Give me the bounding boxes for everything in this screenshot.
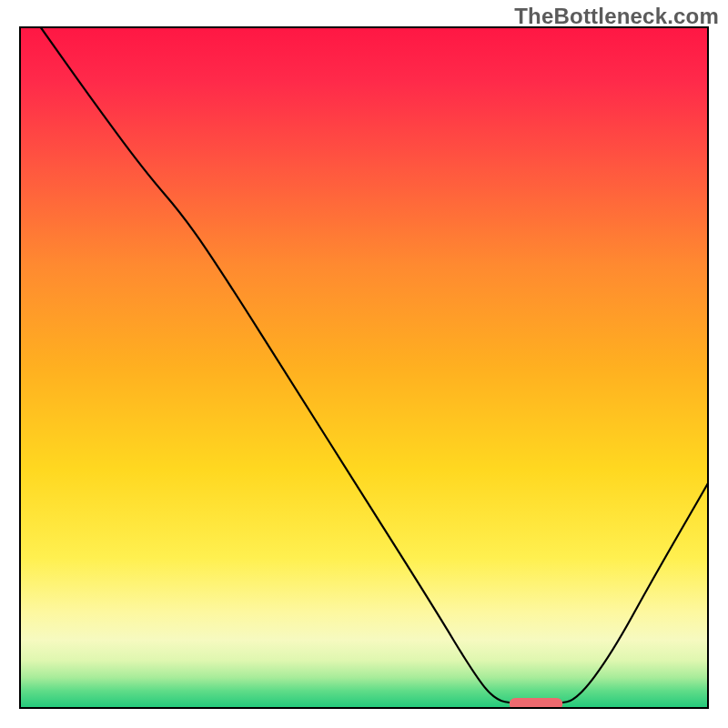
bottleneck-chart: [0, 0, 728, 728]
gradient-background: [20, 27, 708, 708]
watermark-text: TheBottleneck.com: [514, 4, 719, 29]
chart-stage: TheBottleneck.com: [0, 0, 728, 728]
